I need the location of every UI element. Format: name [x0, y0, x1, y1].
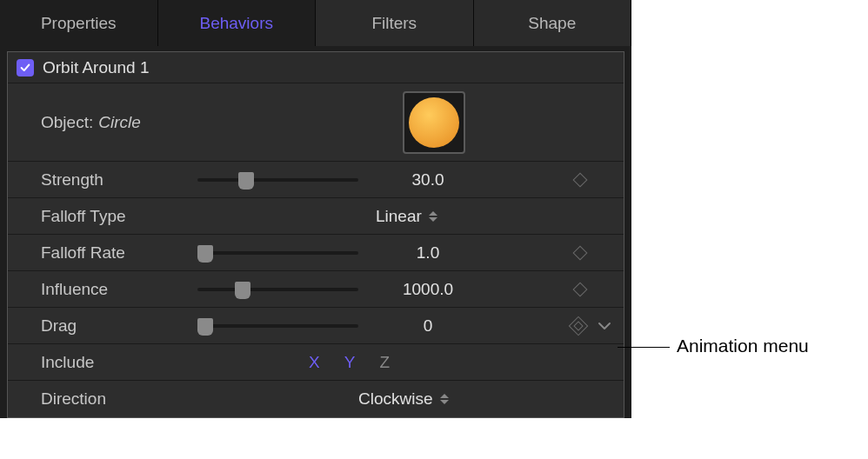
object-value: Circle	[98, 113, 141, 132]
include-label: Include	[41, 353, 197, 372]
influence-label: Influence	[41, 280, 197, 299]
influence-slider-thumb[interactable]	[235, 282, 250, 299]
behavior-header: Orbit Around 1	[8, 52, 624, 83]
keyframe-target-icon	[569, 316, 589, 336]
tab-properties[interactable]: Properties	[0, 0, 158, 46]
drag-label: Drag	[41, 316, 197, 336]
behavior-name: Orbit Around 1	[43, 58, 150, 77]
falloff-type-row: Falloff Type Linear	[8, 198, 624, 235]
falloff-rate-keyframe[interactable]	[575, 248, 585, 258]
falloff-rate-label: Falloff Rate	[41, 243, 197, 263]
include-x-toggle[interactable]: X	[309, 353, 320, 372]
include-y-toggle[interactable]: Y	[344, 353, 356, 372]
dropdown-arrows-icon	[429, 211, 437, 222]
strength-keyframe[interactable]	[575, 175, 585, 185]
falloff-type-label: Falloff Type	[41, 207, 197, 226]
direction-row: Direction Clockwise	[8, 381, 624, 417]
callout-line	[618, 347, 670, 348]
influence-keyframe[interactable]	[575, 284, 585, 295]
tab-behaviors[interactable]: Behaviors	[158, 0, 317, 46]
strength-value[interactable]: 30.0	[376, 170, 480, 190]
falloff-rate-row: Falloff Rate 1.0	[8, 235, 624, 271]
strength-slider[interactable]	[197, 178, 358, 182]
tab-shape[interactable]: Shape	[474, 0, 632, 46]
drag-value[interactable]: 0	[376, 316, 480, 336]
object-label: Object:	[41, 113, 93, 132]
inspector-panel: Properties Behaviors Filters Shape Orbit…	[0, 0, 631, 418]
tab-bar: Properties Behaviors Filters Shape	[0, 0, 631, 46]
keyframe-diamond-icon	[573, 172, 588, 187]
direction-value: Clockwise	[358, 389, 433, 409]
keyframe-diamond-icon	[573, 282, 588, 296]
strength-slider-thumb[interactable]	[238, 172, 254, 190]
drag-slider-thumb[interactable]	[197, 318, 213, 336]
tab-filters[interactable]: Filters	[316, 0, 474, 46]
behavior-enable-checkbox[interactable]	[17, 59, 34, 76]
object-swatch-well[interactable]	[403, 91, 465, 154]
chevron-down-icon	[598, 321, 611, 331]
drag-slider[interactable]	[197, 324, 358, 328]
circle-swatch-icon	[409, 97, 459, 148]
direction-label: Direction	[41, 389, 197, 409]
falloff-rate-value[interactable]: 1.0	[376, 243, 480, 263]
include-z-toggle[interactable]: Z	[379, 353, 390, 372]
drag-animation-menu[interactable]	[598, 321, 611, 331]
keyframe-diamond-icon	[573, 245, 588, 260]
drag-row: Drag 0	[8, 308, 624, 344]
influence-row: Influence 1000.0	[8, 271, 624, 308]
checkmark-icon	[19, 62, 31, 74]
inspector-body: Orbit Around 1 Object: Circle Strength 3…	[7, 51, 624, 418]
include-axes: X Y Z	[309, 353, 390, 372]
direction-dropdown[interactable]: Clockwise	[358, 389, 449, 409]
influence-value[interactable]: 1000.0	[376, 280, 480, 299]
object-row: Object: Circle	[8, 83, 624, 162]
callout-label: Animation menu	[677, 336, 809, 356]
falloff-rate-slider[interactable]	[197, 251, 358, 255]
falloff-type-value: Linear	[376, 207, 422, 226]
drag-keyframe[interactable]	[571, 319, 585, 333]
falloff-rate-slider-thumb[interactable]	[197, 245, 213, 263]
strength-label: Strength	[41, 170, 197, 190]
include-row: Include X Y Z	[8, 344, 624, 381]
strength-row: Strength 30.0	[8, 162, 624, 198]
falloff-type-dropdown[interactable]: Linear	[376, 207, 437, 226]
influence-slider[interactable]	[197, 288, 358, 291]
dropdown-arrows-icon	[440, 394, 449, 404]
